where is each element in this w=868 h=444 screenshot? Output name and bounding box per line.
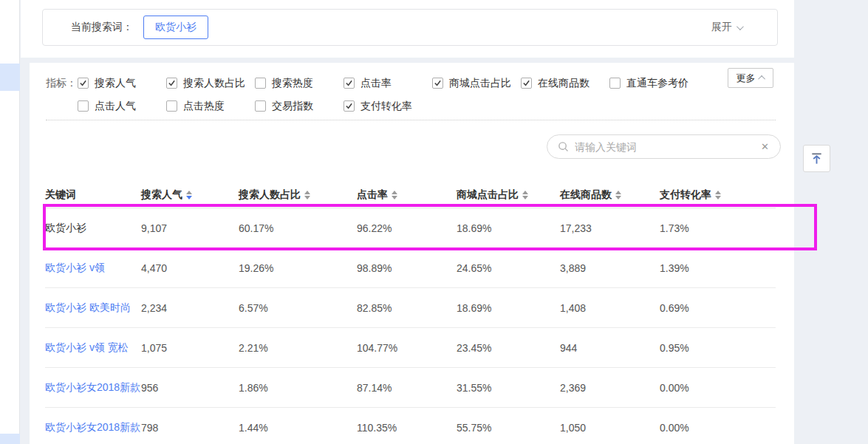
value-cell: 96.22%: [357, 222, 457, 234]
value-cell: 60.17%: [239, 222, 357, 234]
value-cell: 0.00%: [660, 382, 776, 394]
page: 当前搜索词： 欧货小衫 展开 指标： 搜索人气 搜索人数占比: [0, 0, 868, 444]
checkbox-icon: [255, 78, 266, 89]
keyword-link[interactable]: 欧货小衫 v领 宽松: [45, 341, 141, 355]
keyword-link[interactable]: 欧货小衫 欧美时尚: [45, 301, 141, 315]
checkbox-icon: [78, 78, 89, 89]
column-header-searcher-ratio[interactable]: 搜索人数占比: [239, 188, 357, 202]
value-cell: 1.39%: [660, 262, 776, 274]
value-cell: 2,369: [560, 382, 660, 394]
back-to-top-icon: [810, 151, 824, 165]
indicator-checkbox-shangchengdianji[interactable]: 商城点击占比: [432, 77, 521, 90]
sidebar-selected-item[interactable]: [0, 64, 20, 91]
back-to-top-button[interactable]: [803, 145, 830, 172]
column-header-keyword: 关键词: [45, 188, 141, 202]
value-cell: 31.55%: [457, 382, 560, 394]
value-cell: 19.26%: [239, 262, 357, 274]
main-panel: 指标： 搜索人气 搜索人数占比 搜索热度 点击率: [30, 63, 794, 444]
table-row: 欧货小衫 欧美时尚 2,234 6.57% 82.85% 18.69% 1,40…: [45, 288, 776, 328]
value-cell: 3,889: [560, 262, 660, 274]
keyword-link[interactable]: 欧货小衫女2018新款欧...: [45, 421, 141, 434]
table-row: 欧货小衫 9,107 60.17% 96.22% 18.69% 17,233 1…: [45, 208, 776, 248]
value-cell: 798: [141, 422, 239, 434]
value-cell: 1,050: [560, 422, 660, 434]
indicator-checkbox-renshuzhanbi[interactable]: 搜索人数占比: [166, 77, 255, 90]
indicators-label: 指标：: [46, 77, 78, 90]
value-cell: 1.44%: [239, 422, 357, 434]
column-header-pay-conversion[interactable]: 支付转化率: [660, 188, 776, 202]
search-icon: [558, 141, 569, 152]
indicator-checkbox-zhitongche[interactable]: 直通车参考价: [609, 77, 720, 90]
checkbox-icon: [78, 100, 89, 112]
checkbox-icon: [521, 78, 532, 89]
column-header-ctr[interactable]: 点击率: [357, 188, 457, 202]
sort-icon[interactable]: [615, 191, 621, 199]
current-term-label: 当前搜索词：: [71, 21, 133, 34]
dashed-divider: [46, 120, 776, 120]
indicator-checkbox-zaixianshangpin[interactable]: 在线商品数: [521, 77, 609, 90]
table-row: 欧货小衫 v领 4,470 19.26% 98.89% 24.65% 3,889…: [45, 248, 776, 288]
keyword-link[interactable]: 欧货小衫女2018新款欧...: [45, 381, 141, 395]
value-cell: 0.00%: [660, 422, 776, 434]
value-cell: 87.14%: [357, 382, 457, 394]
sidebar-bottom-item[interactable]: [0, 434, 20, 444]
clear-icon[interactable]: ✕: [759, 141, 771, 152]
collapsed-sidebar: [0, 0, 20, 444]
table-row: 欧货小衫女2018新款欧... 956 1.86% 87.14% 31.55% …: [45, 368, 776, 408]
indicator-checkbox-dianjilv[interactable]: 点击率: [344, 77, 432, 90]
sort-icon[interactable]: [186, 191, 192, 199]
checkbox-icon: [166, 100, 177, 112]
value-cell: 1,075: [141, 342, 239, 354]
value-cell: 98.89%: [357, 262, 457, 274]
value-cell: 24.65%: [457, 262, 560, 274]
value-cell: 0.69%: [660, 302, 776, 314]
column-header-search-popularity[interactable]: 搜索人气: [141, 188, 239, 202]
indicator-checkbox-zhifuzhuanhua[interactable]: 支付转化率: [344, 100, 432, 113]
value-cell: 110.35%: [357, 422, 457, 434]
indicator-checkbox-dianjiredu[interactable]: 点击热度: [166, 100, 255, 113]
value-cell: 6.57%: [239, 302, 357, 314]
table-header: 关键词 搜索人气 搜索人数占比 点击率 商城点击占比 在线商品数: [45, 182, 776, 208]
value-cell: 23.45%: [457, 342, 560, 354]
indicator-checkbox-sousuorenqi[interactable]: 搜索人气: [78, 77, 166, 90]
value-cell: 18.69%: [457, 302, 560, 314]
checkbox-icon: [344, 78, 355, 89]
value-cell: 2,234: [141, 302, 239, 314]
chevron-down-icon: [737, 23, 744, 30]
keyword-cell: 欧货小衫: [45, 222, 141, 235]
value-cell: 55.75%: [457, 422, 560, 434]
value-cell: 82.85%: [357, 302, 457, 314]
more-label: 更多: [737, 72, 756, 85]
sort-icon[interactable]: [304, 191, 310, 199]
more-button[interactable]: 更多: [728, 68, 773, 88]
column-header-mall-click-ratio[interactable]: 商城点击占比: [457, 188, 560, 202]
keyword-link[interactable]: 欧货小衫 v领: [45, 262, 141, 275]
indicator-checkbox-jiaoyizhishu[interactable]: 交易指数: [255, 100, 344, 113]
search-term-bar: 当前搜索词： 欧货小衫 展开: [21, 0, 794, 58]
value-cell: 104.77%: [357, 342, 457, 354]
indicator-checkbox-sousuoredu[interactable]: 搜索热度: [255, 77, 344, 90]
value-cell: 4,470: [141, 262, 239, 274]
chevron-up-icon: [758, 75, 765, 83]
current-term-tag[interactable]: 欧货小衫: [143, 16, 208, 39]
sort-icon[interactable]: [715, 191, 721, 199]
expand-label: 展开: [711, 21, 732, 34]
sort-icon[interactable]: [392, 191, 397, 199]
indicator-checkbox-dianjirenqi[interactable]: 点击人气: [78, 100, 166, 113]
indicators-section: 指标： 搜索人气 搜索人数占比 搜索热度 点击率: [30, 63, 794, 117]
search-input[interactable]: [575, 141, 759, 153]
value-cell: 18.69%: [457, 222, 560, 234]
checkbox-icon: [255, 100, 266, 112]
column-header-online-products[interactable]: 在线商品数: [560, 188, 660, 202]
current-term-card: 当前搜索词： 欧货小衫 展开: [42, 9, 778, 46]
checkbox-icon: [609, 78, 621, 89]
keyword-search-box: ✕: [547, 134, 781, 159]
checkbox-icon: [166, 78, 177, 89]
table-row: 欧货小衫 v领 宽松 1,075 2.21% 104.77% 23.45% 94…: [45, 328, 776, 368]
checkbox-icon: [344, 100, 355, 112]
value-cell: 1.86%: [239, 382, 357, 394]
value-cell: 0.95%: [660, 342, 776, 354]
value-cell: 17,233: [560, 222, 660, 234]
expand-toggle[interactable]: 展开: [711, 21, 742, 34]
sort-icon[interactable]: [522, 191, 528, 199]
